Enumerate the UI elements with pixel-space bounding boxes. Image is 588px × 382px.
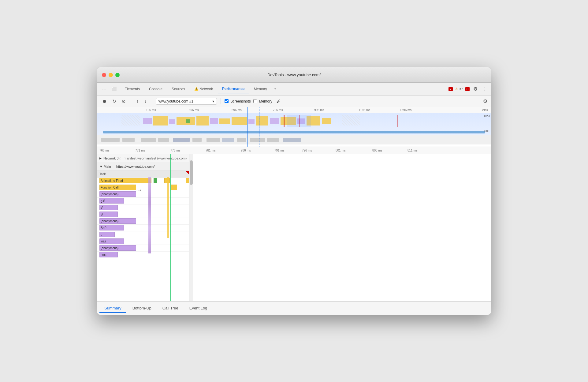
zoom-771: 771 ms (135, 149, 145, 152)
divider-1 (131, 98, 131, 104)
svg-rect-19 (287, 115, 311, 127)
svg-rect-0 (143, 118, 152, 124)
window-title: DevTools - www.youtube.com/ (267, 73, 321, 77)
svg-rect-18 (397, 115, 398, 127)
tab-sources[interactable]: Sources (167, 85, 189, 93)
ruler-mark-396: 396 ms (189, 108, 199, 112)
divider-3 (221, 98, 221, 104)
svg-rect-1 (153, 116, 168, 125)
settings-icon[interactable]: ⚙ (472, 85, 479, 93)
error-badge: 7 (448, 87, 453, 91)
inspect-icon[interactable]: ⊹ (99, 85, 108, 93)
content-area[interactable]: ▶ Network 3 ( manifest.webmanifest (www.… (97, 154, 193, 301)
network-row-label: Network 3 ( (103, 156, 121, 160)
tab-console[interactable]: Console (145, 85, 167, 93)
zoom-ruler: 766 ms 771 ms 776 ms 781 ms 786 ms 791 m… (97, 147, 491, 154)
tab-network[interactable]: ⚠️ Network (190, 85, 217, 93)
flame-row-11: (anonymous) OQa a...d ra Eib (97, 245, 189, 252)
block-s[interactable]: S (99, 212, 118, 217)
svg-rect-7 (219, 118, 230, 124)
toolbar-settings-icon[interactable]: ⚙ (483, 99, 487, 104)
memory-label: Memory (259, 99, 272, 103)
tab-bar: ⊹ ⬜ Elements Console Sources ⚠️ Network … (97, 83, 491, 96)
window-controls (102, 73, 120, 77)
clear-button[interactable]: ⊘ (120, 98, 127, 105)
flame-row-4: g.S ta ta V next mj.exe...backs_ (97, 198, 189, 204)
tab-summary[interactable]: Summary (99, 304, 126, 313)
block-t[interactable]: t (99, 232, 115, 237)
device-icon[interactable]: ⬜ (110, 85, 118, 93)
screenshots-bar (97, 135, 491, 144)
svg-rect-15 (322, 118, 331, 124)
scrollbar-thumb[interactable] (190, 160, 193, 185)
svg-rect-10 (256, 116, 268, 125)
tab-bottom-up[interactable]: Bottom-Up (128, 304, 156, 313)
svg-rect-2 (169, 119, 175, 124)
block-bap[interactable]: BaP (99, 225, 124, 230)
minimize-button[interactable] (109, 73, 113, 77)
upload-button[interactable]: ↑ (135, 98, 140, 105)
performance-toolbar: ⏺ ↻ ⊘ ↑ ↓ www.youtube.com #1 ▾ Screensho… (97, 96, 491, 107)
zoom-786: 786 ms (241, 149, 251, 152)
url-selector[interactable]: www.youtube.com #1 ▾ (156, 98, 217, 105)
zoom-766: 766 ms (99, 149, 110, 152)
block-animation-fired[interactable]: Animati...e Fired (99, 178, 151, 183)
svg-rect-11 (270, 118, 279, 124)
ruler-mark-996: 996 ms (314, 108, 324, 112)
net-right-label: NET (484, 129, 490, 132)
info-badge: 8 (465, 87, 470, 91)
record-button[interactable]: ⏺ (101, 98, 108, 105)
title-bar: DevTools - www.youtube.com/ (97, 67, 491, 83)
scrollbar[interactable] (189, 154, 193, 301)
block-fc-right-1[interactable] (170, 185, 177, 190)
download-button[interactable]: ↓ (143, 98, 148, 105)
block-anon-3[interactable]: (anonymous) (99, 245, 136, 251)
ruler-mark-1196: 1196 ms (359, 108, 370, 112)
maximize-button[interactable] (115, 73, 120, 77)
block-waa[interactable]: waa (99, 238, 124, 244)
cpu-net-chart: CPU NET (97, 113, 491, 135)
flame-row-8: BaP Aeb k...d lm....ob (anonymous) (97, 225, 189, 231)
block-v[interactable]: V (99, 205, 118, 210)
more-options-icon[interactable]: ⋮ (481, 85, 489, 93)
brush-icon[interactable]: 🖌 (275, 98, 282, 105)
tab-call-tree[interactable]: Call Tree (158, 304, 183, 313)
ruler-mark-796: 796 ms (273, 108, 283, 112)
flame-row-5: V (ano...us) S ta Hla (97, 204, 189, 211)
block-function-call-1[interactable]: Function Call (99, 185, 136, 190)
block-anon-1[interactable]: (anonymous) (99, 191, 136, 197)
svg-rect-9 (248, 119, 255, 124)
timeline-overview[interactable]: 196 ms 396 ms 596 ms 796 ms 996 ms 1196 … (97, 107, 491, 147)
tab-elements[interactable]: Elements (120, 85, 144, 93)
block-gs[interactable]: g.S (99, 198, 124, 204)
divider-2 (152, 98, 152, 104)
tab-more[interactable]: » (272, 86, 279, 92)
block-anon-2[interactable]: (anonymous) (99, 218, 136, 224)
zoom-781: 781 ms (206, 149, 216, 152)
reload-button[interactable]: ↻ (111, 98, 118, 105)
purple-column-1 (148, 177, 151, 253)
tab-performance[interactable]: Performance (218, 85, 249, 93)
flame-area: ▶ Network 3 ( manifest.webmanifest (www.… (97, 154, 189, 301)
block-next[interactable]: next (99, 252, 118, 257)
flame-row-10: waa c....nt i...e sa Gib (97, 238, 189, 245)
screenshots-checkbox[interactable] (225, 99, 229, 103)
flame-row-3: (anonymous) next next g.P b ala (97, 191, 189, 198)
close-button[interactable] (102, 73, 106, 77)
memory-checkbox-group: Memory (253, 99, 272, 103)
tab-event-log[interactable]: Event Log (184, 304, 212, 313)
task-header-row: Task T... Task Task Task (97, 171, 189, 178)
network-row-request: manifest.webmanifest (www.youtube.com) (124, 156, 187, 160)
screenshots-label: Screenshots (230, 99, 251, 103)
network-warning-icon: ⚠️ (194, 87, 199, 91)
block-green-1[interactable] (154, 178, 157, 183)
flame-row-7: (anonymous) ◀ ▶ xeb (a...) wB....ob e.JS… (97, 218, 189, 225)
flame-row-6: S f... web (a...) (an...us) Lla (97, 211, 189, 218)
tab-memory[interactable]: Memory (249, 85, 271, 93)
main-thread-label: ▼ Main — https://www.youtube.com/ (99, 165, 154, 168)
cpu-label: CPU (482, 109, 488, 112)
memory-checkbox[interactable] (253, 99, 257, 103)
flame-row-12: next ot S Shb (97, 252, 189, 258)
warning-badge: ⚠ 37 (455, 87, 463, 91)
zoom-791: 791 ms (274, 149, 285, 152)
